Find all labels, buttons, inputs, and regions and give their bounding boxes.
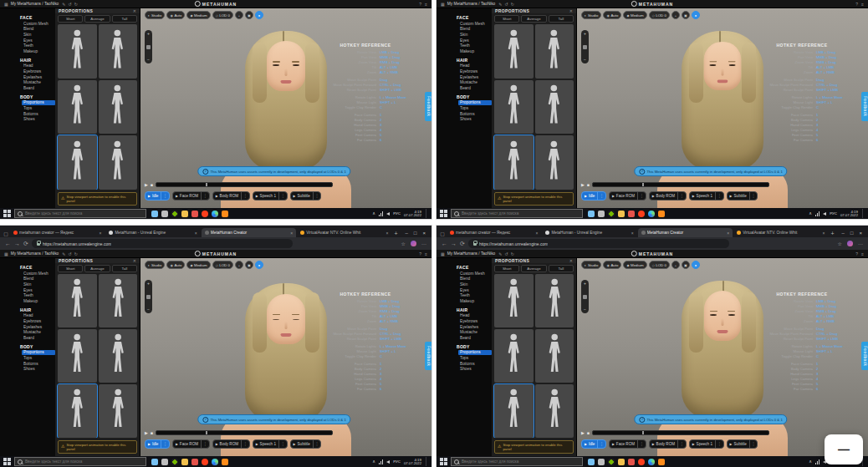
- play-icon[interactable]: ▶: [581, 431, 585, 435]
- height-tab[interactable]: Short: [494, 15, 519, 23]
- anim-options-icon[interactable]: ⋮: [598, 194, 605, 198]
- window-maximize-button[interactable]: □: [414, 231, 417, 236]
- tab-close-icon[interactable]: ×: [727, 231, 729, 236]
- viewport[interactable]: ◐ Studio ◉ Auto ◆ Medium ◇ LOD 0: [140, 8, 431, 208]
- slider-handle[interactable]: [583, 295, 587, 299]
- edge-icon[interactable]: [648, 211, 655, 217]
- window-maximize-button[interactable]: □: [850, 231, 854, 236]
- animation-button[interactable]: ▶ Speech 1 ⋮: [253, 191, 288, 201]
- height-tab[interactable]: Average: [84, 265, 110, 272]
- viewport-toolbar-button[interactable]: ◆ Medium: [186, 11, 210, 19]
- rename-pencil-icon[interactable]: ✎: [62, 251, 65, 256]
- back-icon[interactable]: ←: [442, 241, 447, 246]
- viewport[interactable]: ◐ Studio ◉ Auto ◆ Medium ◇ LOD 0: [140, 258, 431, 456]
- body-preset-thumbnail[interactable]: [99, 135, 138, 190]
- animation-button[interactable]: ▶ Body ROM ⋮: [649, 191, 687, 201]
- body-preset-thumbnail[interactable]: [535, 384, 574, 438]
- sidebar-item[interactable]: Blend: [22, 27, 55, 33]
- back-icon[interactable]: ←: [5, 241, 11, 246]
- search-input[interactable]: [462, 211, 580, 216]
- viewport-toolbar-button[interactable]: ◐ Studio: [581, 261, 601, 269]
- sidebar-item[interactable]: Eyelashes: [458, 74, 492, 80]
- body-preset-thumbnail[interactable]: [494, 384, 534, 438]
- slider-handle[interactable]: [583, 45, 587, 49]
- sidebar-item[interactable]: Shoes: [458, 116, 492, 122]
- viewport[interactable]: ◐ Studio ◉ Auto ◆ Medium ◇ LOD 0: [577, 8, 868, 208]
- redo-icon[interactable]: ↻: [74, 251, 78, 256]
- sidebar-item[interactable]: Makeup: [458, 48, 492, 54]
- sidebar-item[interactable]: Custom Mesh: [22, 21, 55, 27]
- taskbar-search[interactable]: [14, 457, 146, 466]
- stop-icon[interactable]: ■: [587, 183, 590, 187]
- timeline-scrubber[interactable]: [592, 182, 769, 187]
- animation-button[interactable]: ▶ Face ROM ⋮: [609, 191, 646, 201]
- language-indicator[interactable]: РУС: [393, 459, 401, 464]
- sidebar-item[interactable]: Proportions: [22, 100, 55, 106]
- animation-button[interactable]: ▶ Body ROM ⋮: [212, 439, 250, 449]
- reload-icon[interactable]: ⟳: [460, 241, 465, 246]
- search-input[interactable]: [462, 459, 580, 464]
- undo-icon[interactable]: ↺: [504, 251, 508, 256]
- redo-icon[interactable]: ↻: [511, 2, 514, 7]
- viewport-option-icon[interactable]: +: [235, 261, 243, 269]
- tray-caret-icon[interactable]: ∧: [809, 211, 812, 216]
- browser-tab[interactable]: VirtualAvatar NTV. Online Whit ×: [733, 228, 828, 237]
- tab-close-icon[interactable]: ×: [290, 231, 293, 236]
- redo-icon[interactable]: ↻: [74, 2, 78, 7]
- tab-close-icon[interactable]: ×: [631, 231, 634, 236]
- viewport-toolbar-button[interactable]: ◉ Auto: [166, 11, 185, 19]
- sidebar-item[interactable]: Mustache: [22, 79, 55, 85]
- breadcrumb[interactable]: My MetaHumans / TaoNiko: [11, 251, 59, 256]
- sidebar-item[interactable]: Teeth: [458, 292, 492, 298]
- edge-icon[interactable]: [212, 459, 218, 465]
- sidebar-item[interactable]: Beard: [22, 335, 55, 341]
- viewport-toolbar-button[interactable]: ◇ LOD 0: [212, 261, 233, 269]
- body-preset-thumbnail[interactable]: [58, 274, 97, 327]
- body-preset-thumbnail[interactable]: [99, 80, 138, 135]
- viewport-toolbar-button[interactable]: ◇ LOD 0: [649, 11, 670, 19]
- explorer-icon[interactable]: [181, 459, 188, 465]
- stop-icon[interactable]: ■: [151, 431, 153, 435]
- favorite-star-icon[interactable]: ☆: [838, 241, 842, 246]
- body-preset-thumbnail[interactable]: [58, 24, 97, 79]
- window-minimize-button[interactable]: –: [406, 231, 408, 236]
- breadcrumb[interactable]: My MetaHumans / TaoNiko: [447, 2, 496, 6]
- animation-button[interactable]: ▶ Speech 1 ⋮: [253, 439, 288, 449]
- volume-icon[interactable]: [386, 212, 390, 216]
- tab-close-icon[interactable]: ×: [823, 231, 825, 236]
- tab-search-icon[interactable]: ▢: [438, 229, 447, 237]
- sidebar-item[interactable]: Blend: [22, 277, 55, 282]
- sidebar-item[interactable]: Mustache: [458, 79, 492, 85]
- anim-options-icon[interactable]: ⋮: [750, 442, 758, 446]
- sidebar-item[interactable]: Blend: [458, 277, 492, 282]
- body-preset-thumbnail[interactable]: [58, 384, 97, 438]
- anim-options-icon[interactable]: ⋮: [242, 442, 249, 446]
- undo-icon[interactable]: ↺: [68, 2, 71, 7]
- viewport-toolbar-button[interactable]: ◐ Studio: [145, 11, 165, 19]
- anim-options-icon[interactable]: ⋮: [202, 194, 209, 198]
- height-tab[interactable]: Tall: [112, 15, 137, 23]
- sidebar-item[interactable]: Blend: [458, 27, 492, 33]
- height-tab[interactable]: Average: [521, 15, 546, 23]
- undo-icon[interactable]: ↺: [504, 2, 508, 7]
- sidebar-item[interactable]: Makeup: [22, 48, 55, 54]
- sidebar-item[interactable]: Teeth: [458, 43, 492, 48]
- sidebar-item[interactable]: Shoes: [458, 366, 492, 372]
- unreal-app-icon[interactable]: [658, 211, 665, 217]
- sidebar-item[interactable]: Proportions: [458, 100, 492, 106]
- reload-icon[interactable]: ⟳: [23, 241, 28, 246]
- body-preset-thumbnail[interactable]: [494, 274, 534, 327]
- more-menu-icon[interactable]: ···: [858, 241, 863, 246]
- animation-button[interactable]: ▶ Idle ⋮: [581, 191, 606, 201]
- tray-caret-icon[interactable]: ∧: [372, 459, 375, 464]
- task-view-icon[interactable]: [161, 211, 168, 217]
- sidebar-item[interactable]: Mustache: [22, 329, 55, 335]
- apps-grid-icon[interactable]: ▦: [4, 251, 8, 256]
- geforce-icon[interactable]: [608, 211, 615, 217]
- taskbar-search[interactable]: [451, 457, 583, 466]
- tray-caret-icon[interactable]: ∧: [372, 211, 375, 216]
- language-indicator[interactable]: РУС: [393, 211, 401, 216]
- profile-avatar[interactable]: [847, 241, 853, 246]
- window-close-button[interactable]: ×: [859, 231, 862, 236]
- volume-icon[interactable]: [823, 212, 826, 216]
